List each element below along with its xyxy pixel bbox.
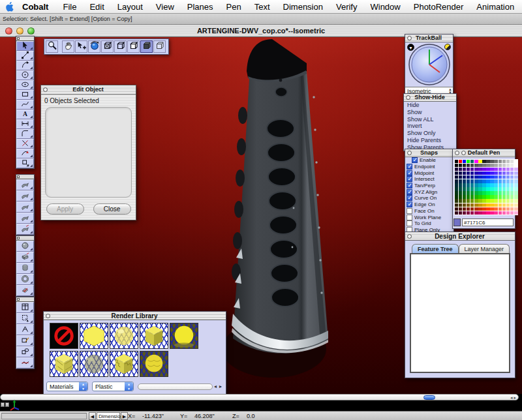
color-cell[interactable] xyxy=(490,187,494,191)
snap-checkbox[interactable] xyxy=(407,189,412,195)
color-cell[interactable] xyxy=(514,199,518,203)
window-close-button[interactable] xyxy=(5,27,12,35)
color-cell[interactable] xyxy=(459,191,463,195)
design-explorer-title-bar[interactable]: Design Explorer xyxy=(405,232,515,241)
solid-block-tool-button[interactable] xyxy=(16,252,34,263)
color-cell[interactable] xyxy=(486,183,490,187)
menu-dimension[interactable]: Dimension xyxy=(277,2,330,12)
color-cell[interactable] xyxy=(510,207,514,211)
color-cell[interactable] xyxy=(486,168,490,172)
default-pen-title-bar[interactable]: Default Pen xyxy=(453,149,515,157)
color-cell[interactable] xyxy=(486,187,490,191)
color-cell[interactable] xyxy=(499,187,502,191)
color-cell[interactable] xyxy=(486,199,490,203)
close-icon[interactable] xyxy=(17,175,20,178)
color-cell[interactable] xyxy=(459,160,463,164)
stepper-icon[interactable]: ▲▼ xyxy=(79,382,87,391)
color-cell[interactable] xyxy=(455,160,459,164)
scroll-right-icon[interactable]: ▸ xyxy=(218,383,223,389)
color-cell[interactable] xyxy=(470,203,474,207)
color-cell[interactable] xyxy=(455,207,459,211)
color-cell[interactable] xyxy=(499,164,502,168)
color-cell[interactable] xyxy=(490,179,494,183)
color-cell[interactable] xyxy=(474,187,478,191)
trackball-mode-button[interactable] xyxy=(444,44,451,50)
color-cell[interactable] xyxy=(459,195,463,199)
color-cell[interactable] xyxy=(510,175,514,179)
color-cell[interactable] xyxy=(514,172,518,175)
color-cell[interactable] xyxy=(467,195,470,199)
color-cell[interactable] xyxy=(459,164,463,168)
material-tile-transparent-sphere[interactable] xyxy=(110,323,138,349)
color-cell[interactable] xyxy=(494,160,498,164)
color-cell[interactable] xyxy=(494,191,498,195)
color-cell[interactable] xyxy=(486,195,490,199)
color-cell[interactable] xyxy=(470,172,474,175)
color-cell[interactable] xyxy=(510,187,514,191)
show-hide-item-hide-parents[interactable]: Hide Parents xyxy=(404,137,456,144)
color-cell[interactable] xyxy=(494,187,498,191)
show-hide-item-show[interactable]: Show xyxy=(404,109,456,116)
color-cell[interactable] xyxy=(455,172,459,175)
menu-pen[interactable]: Pen xyxy=(220,2,248,12)
show-hide-title-bar[interactable]: Show-Hide xyxy=(404,94,456,102)
color-cell[interactable] xyxy=(514,191,518,195)
color-cell[interactable] xyxy=(490,191,494,195)
color-cell[interactable] xyxy=(490,195,494,199)
color-cell[interactable] xyxy=(478,207,482,211)
color-cell[interactable] xyxy=(455,211,459,215)
color-cell[interactable] xyxy=(510,160,514,164)
color-cell[interactable] xyxy=(455,187,459,191)
color-cell[interactable] xyxy=(502,183,506,187)
color-cell[interactable] xyxy=(482,168,486,172)
color-cell[interactable] xyxy=(514,195,518,199)
material-tile-smoke-sphere[interactable] xyxy=(80,351,108,377)
snap-checkbox[interactable] xyxy=(407,170,412,176)
color-cell[interactable] xyxy=(478,187,482,191)
horizontal-scrollbar[interactable]: ◂ ▸ xyxy=(0,394,519,400)
color-cell[interactable] xyxy=(506,191,510,195)
close-button[interactable]: Close xyxy=(93,203,131,215)
color-cell[interactable] xyxy=(463,164,467,168)
color-cell[interactable] xyxy=(490,172,494,175)
collapse-icon[interactable] xyxy=(461,151,466,155)
color-cell[interactable] xyxy=(502,191,506,195)
color-cell[interactable] xyxy=(474,199,478,203)
color-cell[interactable] xyxy=(470,187,474,191)
color-cell[interactable] xyxy=(502,203,506,207)
material-tile-sphere-dark-ground[interactable] xyxy=(170,323,198,349)
color-cell[interactable] xyxy=(499,211,502,215)
snap-checkbox[interactable] xyxy=(407,220,412,226)
color-cell[interactable] xyxy=(470,175,474,179)
color-cell[interactable] xyxy=(510,172,514,175)
color-cell[interactable] xyxy=(482,172,486,175)
color-cell[interactable] xyxy=(474,203,478,207)
solid-face-tool-button[interactable] xyxy=(16,285,34,296)
material-tile-frosted-cube[interactable] xyxy=(50,351,78,377)
color-cell[interactable] xyxy=(463,175,467,179)
color-cell[interactable] xyxy=(467,187,470,191)
color-cell[interactable] xyxy=(510,195,514,199)
color-cell[interactable] xyxy=(478,172,482,175)
color-cell[interactable] xyxy=(514,164,518,168)
color-cell[interactable] xyxy=(506,164,510,168)
close-icon[interactable] xyxy=(407,36,412,40)
color-cell[interactable] xyxy=(490,183,494,187)
color-cell[interactable] xyxy=(478,199,482,203)
color-cell[interactable] xyxy=(494,168,498,172)
color-cell[interactable] xyxy=(499,207,502,211)
feature-select-tool-button[interactable] xyxy=(16,313,34,324)
feature-extract-tool-button[interactable] xyxy=(16,346,34,357)
color-cell[interactable] xyxy=(506,199,510,203)
show-hide-item-invert[interactable]: Invert xyxy=(404,123,456,130)
trackball-menu-button[interactable]: ▼ xyxy=(407,44,414,51)
color-cell[interactable] xyxy=(502,164,506,168)
color-cell[interactable] xyxy=(455,179,459,183)
color-cell[interactable] xyxy=(514,175,518,179)
color-cell[interactable] xyxy=(486,207,490,211)
color-cell[interactable] xyxy=(494,179,498,183)
material-tile-rough-cube[interactable] xyxy=(110,351,138,377)
color-cell[interactable] xyxy=(482,187,486,191)
color-cell[interactable] xyxy=(455,191,459,195)
speaker-tower-model[interactable] xyxy=(223,37,338,393)
